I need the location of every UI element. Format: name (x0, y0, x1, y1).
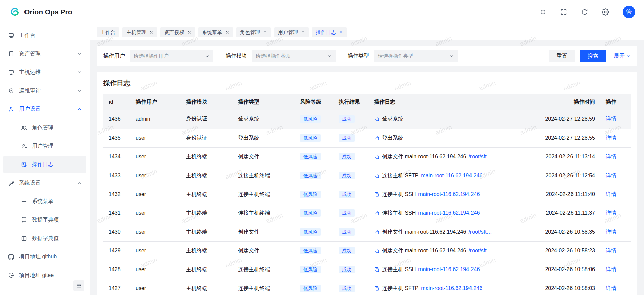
cell-log: 创建文件 main-root-116.62.194.246 /root/sft… (368, 241, 533, 260)
log-link[interactable]: main-root-116.62.194.246 (421, 285, 482, 291)
detail-link[interactable]: 详情 (606, 135, 616, 141)
cell-type: 连接主机终端 (233, 185, 295, 204)
close-icon[interactable] (263, 30, 267, 34)
roles-icon (21, 125, 27, 131)
detail-link[interactable]: 详情 (606, 229, 616, 235)
log-text: 登出系统 (382, 135, 403, 142)
sidebar-item-operation-log[interactable]: 操作日志 (3, 156, 86, 173)
operation-user-select[interactable]: 请选择操作用户 (130, 50, 213, 62)
tab-label: 工作台 (100, 29, 115, 36)
sidebar-item-host-ops[interactable]: 主机运维 (3, 64, 86, 81)
tab-user-management[interactable]: 用户管理 (274, 27, 309, 37)
sidebar-item-role-management[interactable]: 角色管理 (3, 119, 86, 136)
result-badge: 成功 (339, 134, 355, 142)
log-link[interactable]: /root/sft… (468, 154, 492, 160)
tab-host-management[interactable]: 主机管理 (122, 27, 157, 37)
detail-link[interactable]: 详情 (606, 285, 616, 291)
user-avatar[interactable]: 管 (623, 6, 635, 18)
tab-workbench[interactable]: 工作台 (97, 27, 119, 37)
log-link[interactable]: /root/sft… (468, 229, 492, 235)
cell-log: 连接主机 SFTP main-root-116.62.194.246 (368, 166, 533, 185)
operation-type-select[interactable]: 请选择操作类型 (374, 50, 458, 62)
sidebar-item-system-menu[interactable]: 系统菜单 (3, 193, 86, 210)
cell-type: 创建文件 (233, 147, 295, 166)
close-icon[interactable] (339, 30, 343, 34)
cell-user: user (130, 147, 181, 166)
cell-user: user (130, 260, 181, 279)
theme-toggle-button[interactable] (539, 8, 547, 16)
row-user: user (136, 191, 146, 197)
audit-icon (8, 88, 14, 94)
cell-result: 成功 (333, 260, 368, 279)
log-link[interactable]: main-root-116.62.194.246 (418, 191, 480, 197)
sidebar-item-asset-management[interactable]: 资产管理 (3, 45, 86, 62)
copy-icon (374, 192, 380, 197)
detail-link[interactable]: 详情 (606, 173, 616, 178)
expand-toggle[interactable]: 展开 (614, 53, 631, 60)
filter-field-operation-user: 操作用户 请选择操作用户 (103, 50, 213, 62)
sidebar-item-dict-value[interactable]: 数据字典值 (3, 230, 86, 247)
reset-button[interactable]: 重置 (549, 50, 575, 62)
cell-time: 2024-02-26 10:58:35 (533, 223, 600, 241)
sidebar-item-label: 运维审计 (19, 87, 41, 94)
log-text: 连接主机 SSH (382, 210, 416, 217)
row-time: 2024-02-26 10:58:35 (545, 229, 595, 235)
detail-link[interactable]: 详情 (606, 154, 616, 159)
cell-id: 1432 (103, 185, 130, 204)
column-header-id: id (103, 94, 130, 110)
tab-role-management[interactable]: 角色管理 (236, 27, 271, 37)
cell-module: 主机终端 (181, 279, 233, 295)
cell-module: 主机终端 (181, 260, 233, 279)
refresh-button[interactable] (581, 8, 588, 16)
cell-result: 成功 (333, 110, 368, 129)
result-badge: 成功 (339, 115, 355, 123)
log-link[interactable]: main-root-116.62.194.246 (418, 266, 480, 273)
row-user: user (136, 173, 146, 178)
detail-link[interactable]: 详情 (606, 248, 616, 253)
close-icon[interactable] (149, 30, 153, 34)
close-icon[interactable] (225, 30, 229, 34)
sidebar-item-label: 主机运维 (19, 69, 41, 76)
sidebar-item-label: 资产管理 (19, 50, 41, 57)
sun-icon (539, 8, 547, 16)
risk-badge: 低风险 (300, 115, 321, 123)
detail-link[interactable]: 详情 (606, 116, 616, 121)
user-add-icon (21, 143, 27, 149)
chevron-down-icon (77, 89, 82, 93)
sidebar-collapse-button[interactable] (73, 280, 84, 291)
cell-action: 详情 (600, 223, 631, 241)
row-id: 1430 (109, 229, 121, 235)
sidebar-item-github[interactable]: 项目地址 github (3, 248, 86, 265)
tab-asset-authorization[interactable]: 资产授权 (160, 27, 195, 37)
sidebar-item-system-settings[interactable]: 系统设置 (3, 175, 86, 191)
search-button[interactable]: 搜索 (580, 50, 606, 62)
sidebar-item-label: 角色管理 (32, 124, 53, 131)
cell-type: 连接主机终端 (233, 279, 295, 295)
host-icon (8, 69, 14, 76)
close-icon[interactable] (301, 30, 305, 34)
risk-badge: 低风险 (300, 285, 321, 292)
sidebar-item-workbench[interactable]: 工作台 (3, 27, 86, 44)
operation-module-select[interactable]: 请选择操作模块 (252, 50, 336, 62)
sidebar-item-label: 操作日志 (32, 161, 53, 168)
close-icon[interactable] (187, 30, 191, 34)
settings-button[interactable] (602, 8, 609, 16)
tab-operation-log[interactable]: 操作日志 (312, 27, 347, 37)
log-link[interactable]: main-root-116.62.194.246 (421, 173, 482, 179)
log-link[interactable]: /root/sft… (468, 248, 492, 254)
cell-result: 成功 (333, 204, 368, 223)
table-row: 1428user主机终端连接主机终端低风险成功连接主机 SSH main-roo… (103, 260, 631, 279)
detail-link[interactable]: 详情 (606, 210, 616, 216)
sidebar-item-user-settings[interactable]: 用户设置 (3, 101, 86, 117)
sidebar-item-ops-audit[interactable]: 运维审计 (3, 82, 86, 99)
tab-system-menu[interactable]: 系统菜单 (198, 27, 233, 37)
detail-link[interactable]: 详情 (606, 191, 616, 197)
sidebar-item-dict-item[interactable]: 数据字典项 (3, 211, 86, 228)
fullscreen-button[interactable] (560, 8, 567, 16)
detail-link[interactable]: 详情 (606, 266, 616, 272)
log-link[interactable]: main-root-116.62.194.246 (418, 210, 480, 216)
result-badge: 成功 (339, 191, 355, 198)
row-user: user (136, 248, 146, 253)
cell-type: 连接主机终端 (233, 166, 295, 185)
sidebar-item-user-management[interactable]: 用户管理 (3, 138, 86, 154)
